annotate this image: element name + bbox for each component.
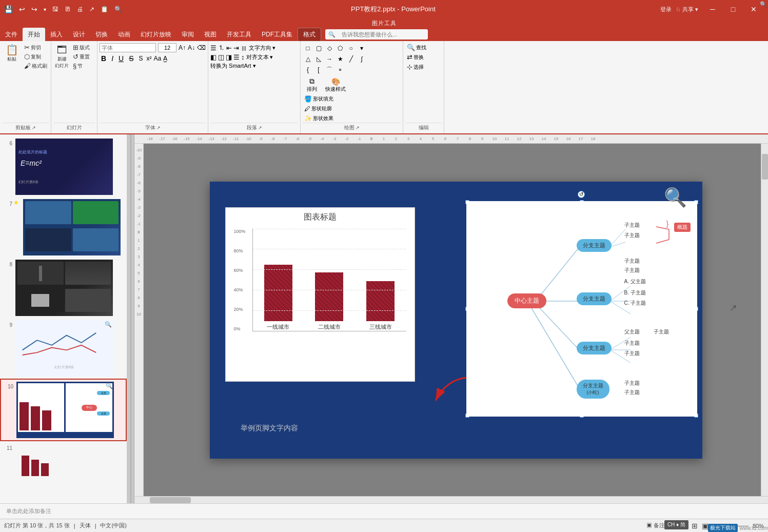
shape-line[interactable]: ╱ [346,54,356,64]
to-smartart-button[interactable]: 转换为 SmartArt ▾ [210,62,256,70]
quick-styles-button[interactable]: 🎨 快速样式 [323,76,348,94]
shape-pentagon[interactable]: ⬠ [335,43,345,53]
scroll-thumb-vertical[interactable] [762,154,768,180]
column-button[interactable]: ⫼ [241,44,247,52]
tab-transition[interactable]: 切换 [90,28,113,41]
annotation-button[interactable]: ▣ 备注 [646,522,665,529]
justify-button[interactable]: ☰ [233,53,240,61]
chart-box[interactable]: 图表标题 100% 80% 60% 40% 20% [225,207,415,382]
magnifier-icon-9[interactable]: 🔍 [105,321,112,328]
shape-outline-button[interactable]: 🖊 形状轮廓 [303,105,335,113]
new-slide-button[interactable]: 🗔 新建幻灯片 [53,43,70,70]
shape-arrow[interactable]: → [324,54,334,64]
select-button[interactable]: ⊹ 选择 [405,63,425,71]
increase-indent-button[interactable]: ⇥ [233,44,239,52]
underline-button[interactable]: U [117,54,125,63]
shape-more[interactable]: ▾ [357,43,367,53]
redo-button[interactable]: ↪ [29,4,40,14]
cut-button[interactable]: ✂ 剪切 [23,43,49,52]
font-name-input[interactable] [100,43,156,52]
bold-button[interactable]: B [100,54,108,63]
font-size-input[interactable] [158,43,176,52]
decrease-indent-button[interactable]: ⇤ [226,44,232,52]
drawing-expand[interactable]: ↗ [356,125,360,130]
tab-review[interactable]: 审阅 [176,28,199,41]
clear-format-button[interactable]: ⌫ [197,44,206,51]
numbered-list-button[interactable]: ⒈ [218,43,225,52]
customize-qat-button[interactable]: ▾ [42,6,48,13]
undo-button[interactable]: ↩ [17,4,27,14]
find-button[interactable]: 🔍 查找 [405,43,428,52]
shape-fill-button[interactable]: 🪣 形状填充 [303,95,335,103]
minimize-button[interactable]: ─ [702,0,723,18]
restore-button[interactable]: □ [723,0,743,18]
align-text-button[interactable]: 对齐文本▾ [246,53,273,61]
strikethrough-button[interactable]: S [127,54,135,63]
format-brush-button[interactable]: 🖌 格式刷 [23,62,49,70]
tb-icon-1[interactable]: 🖫 [50,5,61,14]
reset-button[interactable]: ↺ 重置 [71,52,91,61]
slide-item-11[interactable]: 11 [0,441,127,502]
slide-item-6[interactable]: 6 此处填片的标题 E=mc² 幻灯片第6张 [0,136,127,197]
align-right-button[interactable]: ◨ [226,53,232,61]
slide-item-7[interactable]: 7 ★ 🔍 [0,197,127,258]
copy-button[interactable]: ⬡ 复制 [23,52,49,61]
login-button[interactable]: 登录 [660,6,672,13]
slide-item-8[interactable]: 8 [0,258,127,318]
tab-view[interactable]: 视图 [199,28,222,41]
lang-switch-button[interactable]: CH ♦ 简 [664,520,688,529]
tab-home[interactable]: 开始 [23,28,45,41]
tab-file[interactable]: 文件 [0,28,23,41]
bullet-list-button[interactable]: ☰ [210,44,216,52]
arrange-button[interactable]: ⧉ 排列 [303,76,321,94]
shape-connector[interactable]: ⌒ [324,65,334,75]
shape-diamond[interactable]: ◇ [324,43,334,53]
clipboard-expand[interactable]: ↗ [32,125,36,130]
section-button[interactable]: § 节 [71,62,91,70]
shape-right-tri[interactable]: ◺ [313,54,324,64]
vertical-scrollbar[interactable] [761,144,768,496]
shape-tri[interactable]: △ [303,54,313,64]
slide-item-10[interactable]: 10 中心 分支 [0,379,127,441]
share-button[interactable]: ♘ 共享 ▾ [676,6,698,13]
shape-brace[interactable]: { [303,65,313,75]
magnifier-icon-10[interactable]: 🔍 [106,383,113,389]
decrease-font-button[interactable]: A↓ [188,44,195,51]
shape-bracket[interactable]: [ [313,65,324,75]
shadow-button[interactable]: S [137,54,144,63]
slide-canvas[interactable]: 图表标题 100% 80% 60% 40% 20% [144,144,768,496]
panel-resizer[interactable] [127,134,134,503]
text-dir-button[interactable]: 文字方向▾ [249,44,275,52]
horizontal-scrollbar[interactable] [134,496,768,503]
align-left-button[interactable]: ◧ [210,53,216,61]
tb-icon-6[interactable]: 🔍 [112,5,124,14]
align-center-button[interactable]: ◫ [218,53,224,61]
para-expand[interactable]: ↗ [258,125,262,130]
view-slide-button[interactable]: ▣ [702,522,708,530]
shape-effect-button[interactable]: ✨ 形状效果 [303,114,335,123]
tab-design[interactable]: 设计 [68,28,90,41]
view-normal-button[interactable]: ⊞ [692,522,698,530]
tab-pdf-tools[interactable]: PDF工具集 [257,28,298,41]
rotate-handle[interactable]: ↺ [578,191,585,198]
mindmap-container[interactable]: ↺ [466,201,697,417]
tb-icon-5[interactable]: 📋 [99,5,110,14]
tab-slideshow[interactable]: 幻灯片放映 [135,28,176,41]
tab-animation[interactable]: 动画 [113,28,135,41]
shape-curve[interactable]: ∫ [357,54,367,64]
search-input[interactable] [338,29,420,40]
line-spacing-button[interactable]: ↕ [241,53,245,61]
shape-star[interactable]: ★ [335,54,345,64]
font-expand[interactable]: ↗ [156,125,161,130]
tab-format[interactable]: 格式 [298,28,321,41]
slide-item-9[interactable]: 9 幻灯片第9张 🔍 [0,318,127,379]
tb-icon-3[interactable]: 🖨 [75,5,85,14]
tab-developer[interactable]: 开发工具 [222,28,257,41]
replace-button[interactable]: ⇄ 替换 [405,53,425,62]
note-area[interactable]: 单击此处添加备注 [0,503,768,519]
save-button[interactable]: 💾 [2,4,15,14]
shape-custom[interactable]: ⚬ [335,65,345,75]
layout-button[interactable]: ⊞ 版式 [71,43,91,52]
tab-insert[interactable]: 插入 [45,28,68,41]
paste-button[interactable]: 📋 粘贴 [2,43,22,64]
